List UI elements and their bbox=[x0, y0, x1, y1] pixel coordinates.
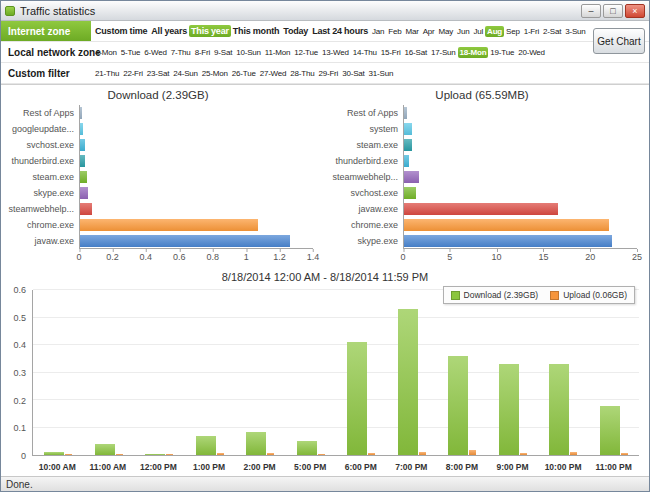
filter-30-sat[interactable]: 30-Sat bbox=[340, 68, 366, 79]
filter-17-sun[interactable]: 17-Sun bbox=[429, 47, 458, 58]
filter-7-thu[interactable]: 7-Thu bbox=[169, 47, 193, 58]
bar-download-2-39gb-9-00-pm bbox=[499, 364, 519, 455]
filter-mar[interactable]: Mar bbox=[404, 26, 421, 37]
filter-2-sat[interactable]: 2-Sat bbox=[541, 26, 563, 37]
filter-18-mon[interactable]: 18-Mon bbox=[458, 47, 489, 58]
filter-this-year[interactable]: This year bbox=[189, 25, 231, 37]
y-tick-0-5: 0.5 bbox=[13, 313, 26, 323]
y-tick-0: 0 bbox=[21, 451, 26, 461]
filter-23-sat[interactable]: 23-Sat bbox=[145, 68, 171, 79]
filter-custom-time[interactable]: Custom time bbox=[93, 25, 149, 37]
filter-6-wed[interactable]: 6-Wed bbox=[142, 47, 168, 58]
filter-21-thu[interactable]: 21-Thu bbox=[93, 68, 121, 79]
bar-upload-0-06gb-11-00-pm bbox=[621, 453, 628, 455]
app-charts-area: Download (2.39GB)Rest of Appsgoogleupdat… bbox=[1, 85, 649, 268]
filter-aug[interactable]: Aug bbox=[485, 26, 504, 37]
bar-group-10-00-am bbox=[33, 290, 84, 455]
x-label-2-00-pm: 2:00 PM bbox=[234, 462, 285, 472]
bar-upload-0-06gb-11-00-am bbox=[116, 454, 123, 455]
bar-group-1-00-pm bbox=[185, 290, 236, 455]
filter-jan[interactable]: Jan bbox=[370, 26, 386, 37]
bar-group-10-00-pm bbox=[538, 290, 589, 455]
filter-10-sun[interactable]: 10-Sun bbox=[234, 47, 263, 58]
filter-31-sun[interactable]: 31-Sun bbox=[367, 68, 396, 79]
bar-label-javaw-exe: javaw.exe bbox=[3, 233, 79, 249]
x-tick-1-4: 1.4 bbox=[307, 252, 320, 262]
filter-1-fri[interactable]: 1-Fri bbox=[522, 26, 541, 37]
filter-22-fri[interactable]: 22-Fri bbox=[121, 68, 145, 79]
filter-sep[interactable]: Sep bbox=[504, 26, 522, 37]
legend-swatch bbox=[451, 291, 460, 300]
filter-24-sun[interactable]: 24-Sun bbox=[171, 68, 200, 79]
legend-item-upload-0-06gb: Upload (0.06GB) bbox=[550, 290, 627, 300]
bar-label-steamwebhelp: steamwebhelp... bbox=[3, 201, 79, 217]
upload-by-app-chart: Upload (65.59MB)Rest of Appssystemsteam.… bbox=[325, 85, 649, 268]
filter-27-wed[interactable]: 27-Wed bbox=[258, 68, 289, 79]
bar-group-6-00-pm bbox=[336, 290, 387, 455]
x-tick-0-4: 0.4 bbox=[140, 252, 153, 262]
bar-rest-of-apps bbox=[404, 107, 407, 119]
bar-download-2-39gb-10-00-am bbox=[44, 452, 64, 455]
sidebar-item-custom-filter[interactable]: Custom filter bbox=[1, 63, 91, 83]
close-button[interactable]: × bbox=[625, 4, 645, 18]
maximize-button[interactable]: □ bbox=[603, 4, 623, 18]
x-label-5-00-pm: 5:00 PM bbox=[285, 462, 336, 472]
filter-25-mon[interactable]: 25-Mon bbox=[200, 68, 230, 79]
traffic-statistics-window: Traffic statistics – □ × Internet zone C… bbox=[0, 0, 650, 492]
filter-jun[interactable]: Jun bbox=[455, 26, 471, 37]
bar-download-2-39gb-10-00-pm bbox=[549, 364, 569, 455]
filter-8-fri[interactable]: 8-Fri bbox=[193, 47, 212, 58]
filter-last-24-hours[interactable]: Last 24 hours bbox=[310, 25, 370, 37]
bar-label-javaw-exe: javaw.exe bbox=[327, 201, 403, 217]
y-axis: 00.10.20.30.40.50.6 bbox=[5, 290, 31, 456]
sidebar-item-internet-zone[interactable]: Internet zone bbox=[1, 21, 91, 41]
filter-12-tue[interactable]: 12-Tue bbox=[292, 47, 320, 58]
bar-download-2-39gb-5-00-pm bbox=[297, 441, 317, 455]
filter-11-mon[interactable]: 11-Mon bbox=[263, 47, 292, 58]
filter-5-tue[interactable]: 5-Tue bbox=[119, 47, 143, 58]
filter-15-fri[interactable]: 15-Fri bbox=[379, 47, 403, 58]
filter-jul[interactable]: Jul bbox=[471, 26, 485, 37]
filter-29-fri[interactable]: 29-Fri bbox=[316, 68, 340, 79]
filter-today[interactable]: Today bbox=[281, 25, 310, 37]
x-axis: 00.20.40.60.811.21.4 bbox=[79, 249, 313, 262]
filter-items-row-3: 21-Thu22-Fri23-Sat24-Sun25-Mon26-Tue27-W… bbox=[91, 63, 649, 83]
filter-may[interactable]: May bbox=[437, 26, 456, 37]
filter-19-tue[interactable]: 19-Tue bbox=[488, 47, 516, 58]
filter-14-thu[interactable]: 14-Thu bbox=[351, 47, 379, 58]
bar-label-svchost-exe: svchost.exe bbox=[327, 185, 403, 201]
bar-skype-exe bbox=[404, 235, 612, 247]
chart-title: 8/18/2014 12:00 AM - 8/18/2014 11:59 PM bbox=[1, 271, 649, 283]
bar-group-7-00-pm bbox=[387, 290, 438, 455]
x-axis: 0510152025 bbox=[403, 249, 637, 262]
filter-26-tue[interactable]: 26-Tue bbox=[230, 68, 258, 79]
get-chart-button[interactable]: Get Chart bbox=[593, 28, 645, 54]
filter-13-wed[interactable]: 13-Wed bbox=[320, 47, 351, 58]
filter-4-mon[interactable]: 4-Mon bbox=[93, 47, 119, 58]
bar-chrome-exe bbox=[80, 219, 258, 231]
x-tick-5: 5 bbox=[447, 252, 452, 262]
bar-group-11-00-pm bbox=[589, 290, 640, 455]
x-label-8-00-pm: 8:00 PM bbox=[437, 462, 488, 472]
filter-20-wed[interactable]: 20-Wed bbox=[516, 47, 547, 58]
filter-feb[interactable]: Feb bbox=[386, 26, 403, 37]
y-tick-0-1: 0.1 bbox=[13, 423, 26, 433]
filter-this-month[interactable]: This month bbox=[231, 25, 282, 37]
sidebar-item-local-network-zone[interactable]: Local network zone bbox=[1, 42, 91, 62]
filter-9-sat[interactable]: 9-Sat bbox=[212, 47, 234, 58]
bar-label-chrome-exe: chrome.exe bbox=[3, 217, 79, 233]
minimize-button[interactable]: – bbox=[581, 4, 601, 18]
bar-upload-0-06gb-1-00-pm bbox=[217, 453, 224, 455]
filter-apr[interactable]: Apr bbox=[421, 26, 437, 37]
x-label-10-00-am: 10:00 AM bbox=[32, 462, 83, 472]
filter-all-years[interactable]: All years bbox=[149, 25, 189, 37]
filter-row-1: Internet zone Custom timeAll yearsThis y… bbox=[1, 21, 649, 42]
filter-16-sat[interactable]: 16-Sat bbox=[403, 47, 429, 58]
bar-upload-0-06gb-2-00-pm bbox=[267, 453, 274, 455]
filter-3-sun[interactable]: 3-Sun bbox=[563, 26, 587, 37]
y-tick-0-3: 0.3 bbox=[13, 368, 26, 378]
filter-28-thu[interactable]: 28-Thu bbox=[288, 68, 316, 79]
bar-group-9-00-pm bbox=[488, 290, 539, 455]
x-tick-10: 10 bbox=[492, 252, 502, 262]
bar-upload-0-06gb-10-00-am bbox=[65, 454, 72, 455]
